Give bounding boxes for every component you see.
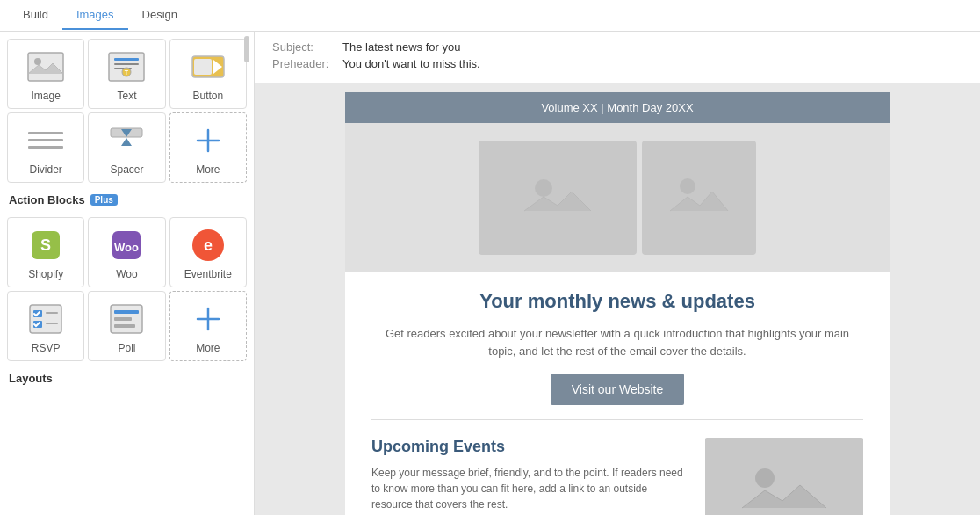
hero-img-right bbox=[642, 141, 756, 255]
block-more2-label: More bbox=[196, 342, 220, 354]
events-title: Upcoming Events bbox=[371, 438, 691, 456]
svg-point-39 bbox=[680, 178, 695, 194]
action-blocks-grid: S Shopify Woo Woo bbox=[0, 210, 254, 365]
events-text: Keep your message brief, friendly, and t… bbox=[371, 465, 691, 512]
block-rsvp-label: RSVP bbox=[32, 342, 61, 354]
tab-build[interactable]: Build bbox=[9, 1, 62, 30]
svg-rect-12 bbox=[28, 139, 63, 141]
svg-rect-31 bbox=[114, 310, 139, 314]
svg-rect-38 bbox=[670, 169, 728, 227]
svg-point-37 bbox=[535, 179, 552, 197]
poll-icon bbox=[105, 301, 148, 337]
rsvp-icon bbox=[25, 301, 67, 337]
action-blocks-header: Action Blocks Plus bbox=[0, 186, 254, 210]
preheader-label: Preheader: bbox=[272, 57, 342, 70]
block-eventbrite-label: Eventbrite bbox=[184, 268, 232, 280]
svg-text:S: S bbox=[40, 236, 51, 254]
block-item-spacer[interactable]: Spacer bbox=[88, 112, 165, 183]
svg-rect-3 bbox=[114, 58, 139, 61]
svg-rect-33 bbox=[114, 324, 135, 328]
top-tab-bar: Build Images Design bbox=[0, 0, 980, 32]
subject-label: Subject: bbox=[272, 40, 342, 54]
block-item-button[interactable]: Button bbox=[169, 39, 247, 109]
section-divider bbox=[371, 419, 863, 420]
email-intro: Get readers excited about your newslette… bbox=[371, 325, 863, 359]
block-button-label: Button bbox=[192, 90, 223, 102]
email-preview: Volume XX | Month Day 20XX bbox=[345, 92, 890, 515]
cta-button[interactable]: Visit our Website bbox=[551, 374, 685, 405]
plus-badge: Plus bbox=[90, 194, 118, 206]
content-blocks-grid: Image T Text bbox=[0, 32, 254, 186]
preheader-value: You don't want to miss this. bbox=[342, 57, 480, 70]
events-image-placeholder bbox=[705, 438, 863, 515]
block-text-label: Text bbox=[117, 90, 136, 102]
scroll-indicator bbox=[244, 36, 249, 62]
svg-rect-27 bbox=[46, 312, 58, 314]
tab-images[interactable]: Images bbox=[62, 1, 128, 30]
block-item-more2[interactable]: More bbox=[169, 291, 247, 361]
email-body: Your monthly news & updates Get readers … bbox=[345, 272, 890, 515]
svg-point-41 bbox=[755, 468, 775, 488]
svg-rect-13 bbox=[28, 146, 63, 149]
eventbrite-icon: e bbox=[187, 228, 229, 263]
block-image-label: Image bbox=[31, 90, 60, 102]
svg-point-1 bbox=[34, 58, 41, 65]
block-spacer-label: Spacer bbox=[110, 163, 143, 176]
block-item-image[interactable]: Image bbox=[7, 39, 84, 109]
email-hero bbox=[345, 123, 890, 272]
tab-design[interactable]: Design bbox=[128, 1, 191, 30]
preheader-row: Preheader: You don't want to miss this. bbox=[272, 57, 962, 70]
events-left: Upcoming Events Keep your message brief,… bbox=[371, 438, 691, 515]
shopify-icon: S bbox=[25, 228, 67, 263]
block-item-poll[interactable]: Poll bbox=[88, 291, 165, 361]
layouts-label: Layouts bbox=[9, 372, 53, 385]
svg-rect-10 bbox=[194, 59, 212, 75]
events-section: Upcoming Events Keep your message brief,… bbox=[371, 429, 863, 515]
block-item-text[interactable]: T Text bbox=[88, 39, 165, 109]
svg-text:T: T bbox=[125, 69, 129, 76]
email-header-band: Volume XX | Month Day 20XX bbox=[345, 92, 890, 123]
more-icon bbox=[187, 123, 229, 158]
content-area: Subject: The latest news for you Prehead… bbox=[255, 32, 980, 515]
block-more-label: More bbox=[196, 163, 220, 176]
block-item-shopify[interactable]: S Shopify bbox=[7, 217, 84, 287]
block-item-rsvp[interactable]: RSVP bbox=[7, 291, 84, 361]
image-icon bbox=[25, 49, 67, 84]
divider-icon bbox=[25, 123, 67, 158]
svg-marker-15 bbox=[121, 138, 132, 146]
main-layout: Image T Text bbox=[0, 32, 980, 515]
woo-icon: Woo bbox=[105, 228, 148, 263]
svg-rect-11 bbox=[28, 132, 63, 134]
text-icon: T bbox=[105, 49, 148, 84]
block-shopify-label: Shopify bbox=[28, 268, 63, 280]
email-headline: Your monthly news & updates bbox=[371, 290, 863, 313]
block-item-eventbrite[interactable]: e Eventbrite bbox=[169, 217, 247, 287]
more2-icon bbox=[187, 301, 229, 337]
subject-value: The latest news for you bbox=[342, 40, 460, 54]
svg-rect-29 bbox=[46, 323, 58, 324]
block-poll-label: Poll bbox=[118, 342, 135, 354]
hero-image-placeholder bbox=[479, 141, 756, 255]
hero-img-left bbox=[479, 141, 637, 255]
svg-text:e: e bbox=[204, 236, 213, 254]
block-item-more[interactable]: More bbox=[169, 112, 247, 183]
block-woo-label: Woo bbox=[116, 268, 137, 280]
layouts-section-header: Layouts bbox=[0, 365, 254, 388]
email-meta: Subject: The latest news for you Prehead… bbox=[255, 32, 980, 83]
svg-rect-4 bbox=[114, 63, 139, 65]
block-divider-label: Divider bbox=[29, 163, 61, 176]
spacer-icon bbox=[105, 123, 148, 158]
svg-rect-36 bbox=[524, 169, 591, 227]
subject-row: Subject: The latest news for you bbox=[272, 40, 962, 54]
events-right bbox=[705, 438, 863, 515]
cta-button-wrap: Visit our Website bbox=[371, 374, 863, 405]
button-icon bbox=[187, 49, 229, 84]
block-item-woo[interactable]: Woo Woo bbox=[88, 217, 165, 287]
email-header-text: Volume XX | Month Day 20XX bbox=[541, 101, 693, 114]
events-body-text: Keep your message brief, friendly, and t… bbox=[371, 467, 683, 511]
block-item-divider[interactable]: Divider bbox=[7, 112, 84, 183]
svg-rect-0 bbox=[28, 53, 63, 81]
svg-text:Woo: Woo bbox=[115, 241, 140, 254]
sidebar: Image T Text bbox=[0, 32, 255, 515]
svg-rect-32 bbox=[114, 317, 132, 321]
